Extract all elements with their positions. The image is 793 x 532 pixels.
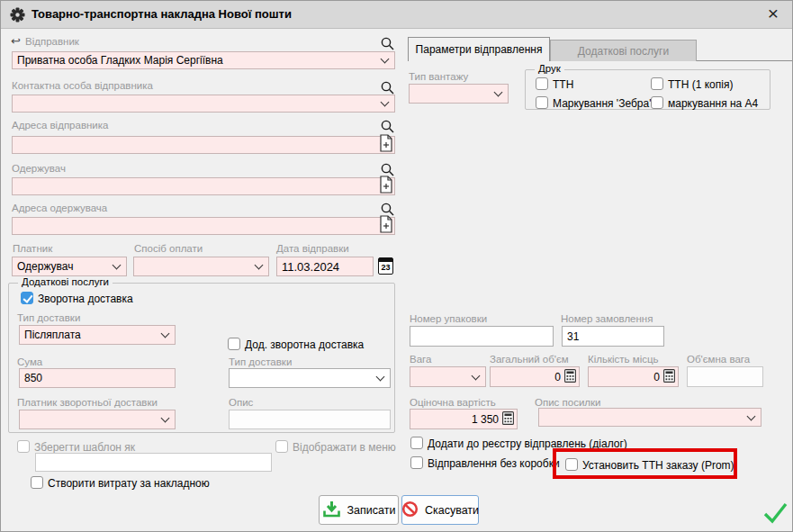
delivery-type-value: Післяплата bbox=[24, 329, 81, 341]
save-template-checkbox[interactable] bbox=[17, 440, 30, 453]
weight-label: Вага bbox=[410, 354, 431, 365]
delivery-type-label: Тип доставки bbox=[17, 312, 80, 323]
recipient-label: Одержувач bbox=[12, 163, 66, 174]
add-document-icon[interactable] bbox=[379, 215, 393, 233]
package-number-input[interactable] bbox=[410, 326, 554, 347]
sender-address-label: Адреса відправника bbox=[12, 120, 108, 131]
sender-address-combo[interactable] bbox=[12, 136, 395, 154]
sum-label: Сума bbox=[17, 356, 42, 367]
calculator-icon[interactable] bbox=[663, 369, 675, 385]
places-count-value: 0 bbox=[653, 371, 660, 383]
recipient-address-label: Адреса одержувача bbox=[12, 203, 107, 213]
order-number-input[interactable]: 31 bbox=[562, 326, 664, 347]
confirm-check-icon[interactable] bbox=[761, 501, 788, 525]
payment-method-combo[interactable] bbox=[133, 257, 269, 276]
save-button[interactable]: Записати bbox=[319, 495, 399, 525]
calculator-icon[interactable] bbox=[502, 411, 514, 428]
print-ttn-copy-checkbox[interactable] bbox=[651, 77, 663, 90]
delivery-type2-combo[interactable] bbox=[229, 368, 391, 388]
delivery-type2-label: Тип доставки bbox=[229, 356, 292, 367]
description-input[interactable] bbox=[229, 410, 391, 429]
title-bar: Товарно-транспортна накладна Нової пошти… bbox=[1, 1, 792, 29]
sum-value: 850 bbox=[24, 372, 42, 384]
show-in-menu-checkbox[interactable] bbox=[275, 440, 288, 453]
payer-value: Одержувач bbox=[17, 260, 73, 273]
volumetric-weight-input[interactable] bbox=[687, 366, 763, 387]
parcel-description-combo[interactable] bbox=[538, 408, 761, 427]
order-number-value: 31 bbox=[567, 330, 579, 343]
search-icon[interactable] bbox=[380, 80, 395, 95]
sum-input[interactable]: 850 bbox=[19, 368, 176, 388]
close-icon[interactable]: × bbox=[761, 1, 785, 26]
tab-extra-services[interactable]: Додаткові послуги bbox=[550, 40, 697, 61]
cancel-button-label: Скасувати bbox=[425, 504, 479, 517]
calendar-icon[interactable]: 23 bbox=[378, 257, 393, 275]
parcel-description-label: Опис посилки bbox=[535, 397, 601, 408]
contact-person-label: Контактна особа відправника bbox=[12, 80, 153, 91]
payer-label: Платник bbox=[13, 243, 52, 254]
total-volume-input[interactable]: 0 bbox=[490, 366, 580, 387]
order-number-label: Номер замовлення bbox=[561, 313, 653, 324]
ship-date-value: 11.03.2024 bbox=[282, 260, 339, 274]
estimated-value-label: Оціночна вартість bbox=[410, 397, 496, 408]
extra-return-checkbox[interactable] bbox=[228, 338, 240, 350]
sender-label: Відправник bbox=[25, 36, 79, 47]
estimated-value-value: 1 350 bbox=[472, 413, 499, 426]
payer-combo[interactable]: Одержувач bbox=[12, 257, 127, 276]
save-template-label: Зберегти шаблон як bbox=[34, 441, 135, 454]
chevron-down-icon bbox=[255, 261, 264, 270]
create-expense-checkbox[interactable] bbox=[31, 476, 43, 489]
tab-shipment-params[interactable]: Параметри відправлення bbox=[408, 37, 550, 61]
nova-poshta-waybill-dialog: Товарно-транспортна накладна Нової пошти… bbox=[0, 0, 793, 532]
ship-date-input[interactable]: 11.03.2024 bbox=[276, 257, 374, 276]
cancel-button[interactable]: Скасувати bbox=[401, 495, 479, 525]
volumetric-weight-label: Об'ємна вага bbox=[687, 354, 750, 365]
print-a4-checkbox[interactable] bbox=[651, 96, 663, 109]
gear-icon bbox=[10, 7, 25, 25]
cargo-type-combo[interactable] bbox=[409, 84, 509, 104]
print-zebra-checkbox[interactable] bbox=[536, 96, 548, 109]
print-ttn-checkbox[interactable] bbox=[536, 77, 548, 90]
no-box-label: Відправлення без коробки bbox=[428, 457, 560, 470]
total-volume-value: 0 bbox=[554, 371, 561, 383]
extras-group-title: Додаткові послуги bbox=[18, 276, 113, 287]
chevron-down-icon bbox=[161, 329, 170, 338]
calculator-icon[interactable] bbox=[564, 369, 576, 385]
back-arrow-icon[interactable]: ↩ bbox=[11, 34, 21, 48]
chevron-down-icon bbox=[113, 261, 122, 270]
search-icon[interactable] bbox=[380, 36, 395, 51]
weight-combo[interactable] bbox=[410, 366, 486, 387]
return-delivery-checkbox[interactable] bbox=[21, 292, 33, 304]
ship-date-label: Дата відправки bbox=[276, 243, 349, 254]
recipient-address-combo[interactable] bbox=[12, 217, 395, 235]
description-label: Опис bbox=[229, 397, 253, 408]
contact-person-combo[interactable] bbox=[12, 95, 395, 113]
print-group-title: Друк bbox=[535, 63, 564, 74]
return-payer-label: Платник зворотньої доставки bbox=[17, 397, 158, 408]
save-icon bbox=[322, 500, 341, 520]
extra-return-label: Дод. зворотна доставка bbox=[245, 338, 364, 351]
save-button-label: Записати bbox=[347, 504, 396, 517]
show-in-menu-label: Відображати в меню bbox=[293, 441, 396, 454]
places-count-input[interactable]: 0 bbox=[588, 366, 679, 387]
delivery-type-combo[interactable]: Післяплата bbox=[19, 325, 176, 345]
estimated-value-input[interactable]: 1 350 bbox=[410, 409, 518, 429]
chevron-down-icon bbox=[376, 373, 385, 382]
no-box-checkbox[interactable] bbox=[410, 456, 423, 469]
tab-bar: Параметри відправлення Додаткові послуги bbox=[408, 37, 793, 61]
recipient-combo[interactable] bbox=[12, 177, 395, 195]
sender-combo[interactable]: Приватна особа Гладких Марія Сергіївна bbox=[12, 51, 395, 69]
add-document-icon[interactable] bbox=[379, 176, 393, 194]
chevron-down-icon bbox=[381, 55, 390, 64]
chevron-down-icon bbox=[161, 414, 170, 423]
print-ttn-label: ТТН bbox=[553, 78, 573, 91]
return-payer-combo[interactable] bbox=[19, 410, 176, 429]
search-icon[interactable] bbox=[380, 119, 395, 134]
add-document-icon[interactable] bbox=[379, 134, 393, 152]
template-name-input[interactable] bbox=[35, 453, 272, 472]
cargo-type-label: Тип вантажу bbox=[409, 71, 468, 82]
chevron-down-icon bbox=[494, 88, 503, 97]
add-to-registry-checkbox[interactable] bbox=[410, 437, 423, 449]
package-number-label: Номер упаковки bbox=[410, 313, 487, 324]
payment-method-label: Спосіб оплати bbox=[134, 243, 203, 254]
